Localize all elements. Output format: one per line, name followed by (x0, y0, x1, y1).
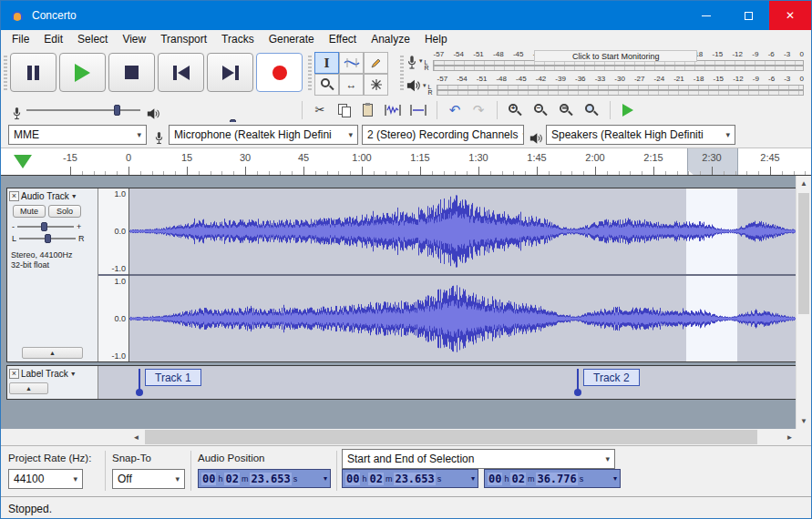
fit-selection-button[interactable] (555, 100, 577, 120)
label-text-box[interactable]: Track 1 (145, 369, 201, 386)
mute-button[interactable]: Mute (13, 205, 46, 218)
scroll-right-button[interactable]: ► (782, 429, 797, 445)
close-button[interactable]: ✕ (769, 1, 811, 30)
recording-device-select[interactable]: Microphone (Realtek High Defini ▾ (169, 125, 358, 145)
tools-toolbar-grip[interactable] (308, 56, 312, 90)
vertical-scale-ruler[interactable]: 1.0 0.0 -1.0 1.0 0.0 -1.0 (98, 188, 129, 361)
close-label-track-button[interactable]: × (9, 369, 19, 379)
gain-thumb[interactable] (41, 222, 47, 231)
menu-item-select[interactable]: Select (70, 30, 115, 48)
record-button[interactable] (256, 53, 303, 92)
collapse-label-track-button[interactable]: ▲ (9, 382, 48, 394)
playback-meter-body[interactable]: -57-54-51-48-45-42-39-36-33-30-27-24-21-… (428, 75, 804, 97)
paste-button[interactable] (356, 100, 378, 120)
pause-button[interactable] (10, 53, 57, 92)
time-shift-tool-button[interactable]: ↔ (339, 74, 364, 96)
waveform-right-channel[interactable] (129, 276, 797, 361)
track-menu-icon[interactable]: ▼ (70, 371, 77, 377)
menu-item-generate[interactable]: Generate (262, 30, 322, 48)
scroll-up-button[interactable]: ▲ (797, 176, 811, 191)
audio-track-title[interactable]: Audio Track (21, 191, 69, 201)
recording-meter-dropdown-icon[interactable]: ▾ (419, 57, 423, 65)
recording-channels-select[interactable]: 2 (Stereo) Recording Channels ▾ (362, 125, 524, 145)
gain-slider[interactable]: - + (12, 222, 96, 231)
playback-device-select[interactable]: Speakers (Realtek High Definiti ▾ (546, 125, 735, 145)
gain-groove[interactable] (17, 222, 74, 231)
pan-thumb[interactable] (45, 234, 51, 243)
menu-item-help[interactable]: Help (417, 30, 455, 48)
scroll-left-button[interactable]: ◄ (128, 429, 144, 445)
menu-item-view[interactable]: View (115, 30, 153, 48)
menu-item-effect[interactable]: Effect (322, 30, 364, 48)
pan-slider[interactable]: L R (12, 234, 96, 243)
selection-mode-select[interactable]: Start and End of Selection ▾ (342, 449, 615, 469)
recording-volume-slider[interactable] (26, 103, 140, 117)
copy-button[interactable] (333, 100, 355, 120)
multi-tool-button[interactable] (364, 74, 388, 96)
skip-to-start-button[interactable] (158, 53, 204, 92)
waveform-left-channel[interactable] (129, 188, 797, 274)
menu-item-transport[interactable]: Transport (153, 30, 214, 48)
play-button[interactable] (59, 53, 106, 92)
zoom-out-button[interactable]: − (529, 100, 551, 120)
maximize-button[interactable] (727, 1, 769, 30)
time-spinner-icon[interactable]: ▾ (324, 474, 327, 483)
play-at-speed-button[interactable] (617, 100, 639, 120)
snap-to-select[interactable]: Off ▾ (112, 469, 185, 489)
label-track[interactable]: × Label Track ▼ ▲ Track 1 Track 2 (6, 365, 797, 400)
solo-button[interactable]: Solo (48, 205, 81, 218)
menu-item-file[interactable]: File (5, 30, 36, 48)
label-track-title[interactable]: Label Track (21, 369, 68, 379)
track-area[interactable]: × Audio Track ▼ Mute Solo - + L R (1, 176, 811, 429)
track-menu-icon[interactable]: ▼ (71, 193, 77, 199)
pan-groove[interactable] (19, 234, 76, 243)
envelope-tool-button[interactable] (339, 52, 364, 74)
menu-item-tracks[interactable]: Tracks (214, 30, 262, 48)
recording-volume-thumb[interactable] (114, 105, 120, 116)
menu-item-analyze[interactable]: Analyze (364, 30, 417, 48)
trim-audio-button[interactable] (382, 100, 404, 120)
transport-toolbar-grip[interactable] (4, 56, 7, 90)
timeline-ruler[interactable]: -1501530451:001:151:301:452:002:152:302:… (1, 148, 811, 176)
horizontal-scrollbar[interactable]: ◄ ► (128, 429, 797, 445)
label-handle[interactable] (574, 389, 581, 396)
zoom-in-button[interactable]: + (504, 100, 526, 120)
cut-button[interactable]: ✂ (309, 100, 331, 120)
label-handle[interactable] (136, 389, 143, 396)
audio-host-select[interactable]: MME ▾ (8, 125, 147, 145)
playback-meter-dropdown-icon[interactable]: ▾ (423, 82, 427, 89)
waveform-display[interactable] (129, 188, 797, 361)
project-rate-select[interactable]: 44100 ▾ (8, 469, 83, 489)
recording-meter-body[interactable]: -57-54-51-48-45-42-39-36-33-30-27-24-21-… (425, 50, 804, 73)
audio-position-field[interactable]: 00h02m23.653s▾ (198, 469, 331, 488)
selection-start-field[interactable]: 00h02m23.653s▾ (342, 469, 478, 488)
title-bar[interactable]: Concerto ✕ (1, 1, 811, 30)
vertical-scrollbar[interactable]: ▲ ▼ (796, 176, 811, 429)
meter-toolbar-grip[interactable] (400, 56, 404, 90)
scroll-down-button[interactable]: ▼ (797, 413, 811, 429)
monitoring-overlay[interactable]: Click to Start Monitoring (534, 50, 697, 62)
recording-meter[interactable]: ▾ -57-54-51-48-45-42-39-36-33-30-27-24-2… (406, 50, 804, 73)
time-spinner-icon[interactable]: ▾ (613, 474, 617, 483)
horizontal-scroll-thumb[interactable] (145, 430, 757, 444)
minimize-button[interactable] (685, 1, 727, 30)
time-spinner-icon[interactable]: ▾ (471, 474, 475, 483)
collapse-track-button[interactable]: ▲ (22, 347, 83, 359)
pinned-playhead-icon[interactable] (14, 155, 32, 168)
selection-end-field[interactable]: 00h02m36.776s▾ (484, 469, 621, 488)
zoom-tool-button[interactable] (314, 74, 339, 96)
stop-button[interactable] (108, 53, 155, 92)
skip-to-end-button[interactable] (207, 53, 253, 92)
fit-project-button[interactable] (581, 100, 602, 120)
menu-item-edit[interactable]: Edit (36, 30, 70, 48)
vertical-scroll-thumb[interactable] (798, 193, 809, 314)
redo-button[interactable]: ↷ (468, 100, 489, 120)
undo-button[interactable]: ↶ (444, 100, 466, 120)
draw-tool-button[interactable] (364, 52, 388, 74)
label-text-box[interactable]: Track 2 (583, 369, 640, 386)
playback-meter[interactable]: ▾ -57-54-51-48-45-42-39-36-33-30-27-24-2… (406, 75, 804, 97)
silence-audio-button[interactable] (407, 100, 429, 120)
selection-tool-button[interactable]: I (314, 52, 339, 74)
close-track-button[interactable]: × (9, 191, 19, 201)
label-track-content[interactable]: Track 1 Track 2 (98, 366, 797, 399)
